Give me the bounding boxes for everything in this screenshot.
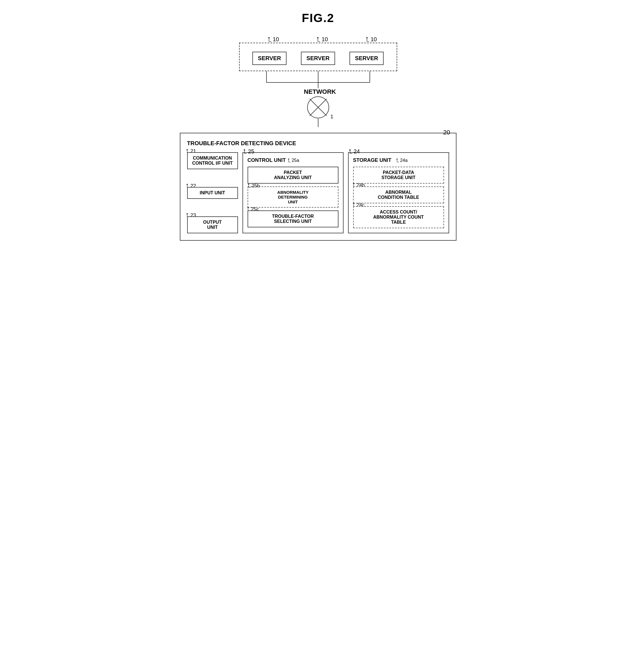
storage-unit-ref: ⮤24 <box>348 148 360 155</box>
output-unit: OUTPUTUNIT <box>187 216 238 233</box>
access-count-wrapper: ⮤24c ACCESS COUNT/ABNORMALITY COUNTTABLE <box>353 206 444 228</box>
server-ref-2: ⮤10 <box>316 36 328 43</box>
trouble-factor-selecting-unit: TROUBLE-FACTORSELECTING UNIT <box>247 210 338 227</box>
network-section: NETWORK 1 <box>239 88 397 127</box>
packet-data-storage-unit: PACKET-DATASTORAGE UNIT <box>353 167 444 184</box>
storage-unit-label: STORAGE UNIT ⮤24a <box>353 157 444 163</box>
output-unit-wrapper: ⮤23 OUTPUTUNIT <box>187 216 238 233</box>
abnormal-condition-wrapper: ⮤24b ABNORMALCONDITION TABLE <box>353 187 444 204</box>
server-box-3: SERVER <box>350 52 384 65</box>
abnormality-subunit: ⮤25b ABNORMALITYDETERMININGUNIT <box>247 187 338 208</box>
device-ref: 20 <box>443 129 450 136</box>
control-unit-label: CONTROL UNIT ⮤25a <box>247 157 338 163</box>
server-group: SERVER SERVER SERVER <box>239 43 397 71</box>
storage-unit-box: ⮤24 STORAGE UNIT ⮤24a PACKET-DATASTORAGE… <box>348 152 449 233</box>
input-unit-wrapper: ⮤22 INPUT UNIT <box>187 187 238 199</box>
server-ref-3: ⮤10 <box>365 36 377 43</box>
left-column: ⮤21 COMMUNICATIONCONTROL I/F UNIT ⮤22 IN… <box>187 152 238 233</box>
server-ref-1: ⮤10 <box>267 36 279 43</box>
device-box: 20 TROUBLE-FACTOR DETECTING DEVICE ⮤21 C… <box>180 133 456 241</box>
page-title: FIG.2 <box>302 11 334 25</box>
network-node-svg <box>307 96 330 119</box>
network-label: NETWORK <box>304 88 336 95</box>
access-count-table: ACCESS COUNT/ABNORMALITY COUNTTABLE <box>353 206 444 228</box>
abnormality-determining-unit: ABNORMALITYDETERMININGUNIT <box>251 190 335 204</box>
diagram: ⮤10 ⮤10 ⮤10 SERVER SERVER SERVER NETWORK <box>180 36 456 241</box>
network-ref: 1 <box>330 114 333 120</box>
comm-unit-wrapper: ⮤21 COMMUNICATIONCONTROL I/F UNIT <box>187 152 238 169</box>
comm-unit: COMMUNICATIONCONTROL I/F UNIT <box>187 152 238 169</box>
server-bus-svg <box>239 71 397 88</box>
server-box-1: SERVER <box>252 52 287 65</box>
abnormal-condition-table: ABNORMALCONDITION TABLE <box>353 187 444 204</box>
network-to-device-line <box>318 119 318 127</box>
abnormality-sub-ref: ⮤25b <box>247 183 260 189</box>
inner-layout: ⮤21 COMMUNICATIONCONTROL I/F UNIT ⮤22 IN… <box>187 152 449 233</box>
trouble-factor-wrapper: ⮤25c TROUBLE-FACTORSELECTING UNIT <box>247 210 338 227</box>
input-unit: INPUT UNIT <box>187 187 238 199</box>
control-unit-box: ⮤25 CONTROL UNIT ⮤25a PACKETANALYZING UN… <box>242 152 343 233</box>
control-unit-ref: ⮤25 <box>242 148 254 155</box>
packet-data-wrapper: PACKET-DATASTORAGE UNIT <box>353 167 444 184</box>
packet-analyzing-wrapper: PACKETANALYZING UNIT <box>247 167 338 184</box>
packet-analyzing-unit: PACKETANALYZING UNIT <box>247 167 338 184</box>
device-label: TROUBLE-FACTOR DETECTING DEVICE <box>187 140 449 147</box>
server-box-2: SERVER <box>301 52 335 65</box>
